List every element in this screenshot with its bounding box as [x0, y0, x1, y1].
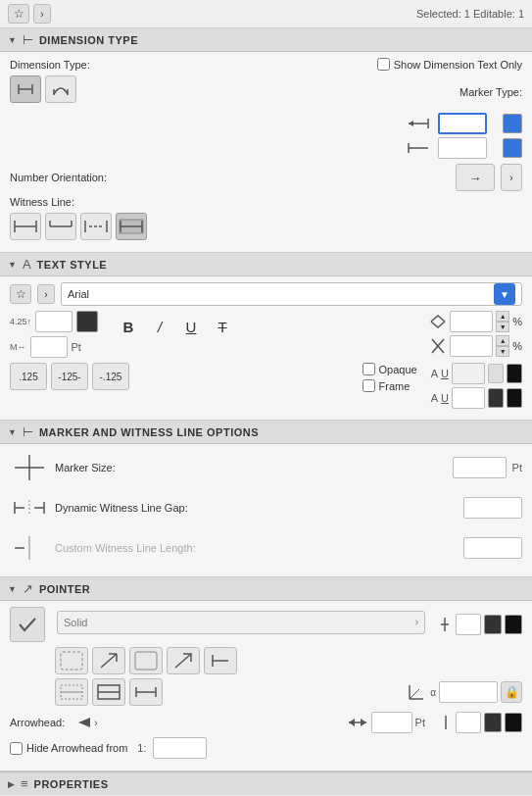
strikethrough-btn[interactable]: T — [210, 315, 235, 338]
arrowhead-dropdown-arrow: › — [94, 718, 97, 728]
marker-color-2[interactable] — [503, 138, 522, 158]
marker-color-1[interactable] — [503, 114, 522, 133]
align-left-btn[interactable]: .125 — [10, 363, 47, 390]
frame-label[interactable]: Frame — [363, 379, 417, 392]
properties-header[interactable]: ▶ ≡ PROPERTIES — [0, 771, 532, 795]
arrowhead-size-input[interactable]: 5.00 — [371, 712, 412, 733]
align-right-btn[interactable]: -.125 — [92, 363, 129, 390]
pointer-shape-3[interactable] — [129, 647, 163, 674]
pointer-shape-5[interactable] — [204, 647, 237, 674]
opacity-input[interactable]: 91 — [452, 363, 485, 384]
dim-type-icons-row: Marker Type: — [10, 75, 522, 108]
solid-label: Solid — [64, 617, 87, 628]
properties-icon: ≡ — [21, 776, 28, 791]
arrowhead-color-2[interactable] — [505, 713, 522, 732]
underline-btn[interactable]: U — [178, 315, 204, 338]
pointer-header[interactable]: ▼ ↗ POINTER — [0, 577, 532, 601]
scale-x-input[interactable]: 100 — [450, 311, 493, 332]
hide-arrowhead-row: Hide Arrowhead from 1: 1000 — [10, 737, 522, 759]
frame-value-row: A U 1 — [431, 387, 522, 409]
align-icons: .125 -125- -.125 — [10, 363, 129, 390]
marker-type-inputs-row: 7 7 — [10, 113, 522, 159]
hide-arrowhead-label[interactable]: Hide Arrowhead from — [10, 742, 127, 755]
show-text-only-label[interactable]: Show Dimension Text Only — [377, 58, 522, 71]
marker-input-2: 7 — [405, 137, 522, 159]
marker-size-input[interactable]: 5.00 — [453, 457, 507, 478]
pointer-shape-1[interactable] — [55, 647, 88, 674]
italic-btn[interactable]: / — [147, 315, 172, 338]
font-dropdown[interactable]: Arial ▼ — [61, 282, 522, 306]
hide-arrowhead-input[interactable]: 1000 — [153, 737, 207, 759]
witness-line-row: Witness Line: — [10, 196, 522, 208]
arrowhead-row: Arrowhead: › 5.00 Pt 1 — [10, 712, 522, 733]
dim-type-btn-2[interactable] — [45, 75, 76, 103]
text-style-header[interactable]: ▼ A TEXT STYLE — [0, 253, 532, 276]
dim-type-text-label: Dimension Type: — [10, 59, 90, 71]
orientation-arrow-btn[interactable]: → — [456, 164, 495, 191]
marker-witness-header[interactable]: ▼ ⊢ MARKER AND WITNESS LINE OPTIONS — [0, 421, 532, 444]
arrowhead-color-1[interactable] — [484, 713, 502, 732]
marker-witness-content: Marker Size: 5.00 Pt Dynamic Witness Lin… — [0, 444, 532, 576]
witness-btn-2[interactable] — [45, 213, 76, 240]
witness-line-label: Witness Line: — [10, 196, 74, 208]
font-star-btn[interactable]: ☆ — [10, 284, 31, 304]
scale-y-pct: % — [512, 340, 522, 352]
alpha-label: α — [430, 687, 436, 698]
text-color-swatch[interactable] — [76, 311, 98, 332]
scale-y-down[interactable]: ▼ — [496, 346, 509, 357]
scale-x-up[interactable]: ▲ — [496, 311, 509, 322]
frame-color-2[interactable] — [507, 388, 522, 408]
star-button[interactable]: ☆ — [8, 4, 29, 24]
svg-line-39 — [175, 654, 191, 668]
dynamic-gap-input[interactable]: 1 1/4" — [463, 497, 522, 519]
pointer-shape-7[interactable] — [92, 678, 125, 706]
frame-value-input[interactable]: 1 — [452, 387, 485, 409]
marker-value-2[interactable]: 7 — [438, 137, 487, 159]
opacity-color-2[interactable] — [507, 364, 522, 383]
pointer-shape-8[interactable] — [129, 678, 163, 706]
bold-btn[interactable]: B — [116, 315, 141, 338]
scale-y-up[interactable]: ▲ — [496, 335, 509, 346]
scale-y-input[interactable]: 100 — [450, 335, 493, 357]
dim-type-btn-1[interactable] — [10, 75, 41, 103]
font-arrow-btn[interactable]: › — [37, 284, 55, 304]
frame-checkbox[interactable] — [363, 379, 375, 392]
svg-marker-6 — [409, 121, 413, 126]
show-text-only-checkbox[interactable] — [377, 58, 390, 71]
frame-u-label: U — [441, 392, 449, 404]
pointer-shape-4[interactable] — [167, 647, 200, 674]
pointer-line-input[interactable]: 1 — [456, 614, 481, 635]
witness-btn-1[interactable] — [10, 213, 41, 240]
witness-btn-4[interactable] — [116, 213, 147, 240]
height-input[interactable]: 7.00 — [30, 336, 68, 358]
custom-length-row: Custom Witness Line Length: 1' — [10, 530, 522, 566]
arrowhead-line-input[interactable]: 1 — [456, 712, 481, 733]
opaque-label[interactable]: Opaque — [363, 363, 417, 375]
orientation-angle-btn[interactable]: › — [501, 164, 522, 191]
font-dd-arrow[interactable]: ▼ — [494, 283, 515, 305]
scale-x-down[interactable]: ▼ — [496, 322, 509, 332]
angle-input[interactable]: 60.00° — [439, 681, 498, 703]
opacity-color[interactable] — [488, 364, 504, 383]
hide-arrowhead-checkbox[interactable] — [10, 742, 23, 755]
pointer-shape-2[interactable] — [92, 647, 125, 674]
expand-button[interactable]: › — [33, 4, 51, 24]
arrowhead-size-group: 5.00 Pt — [347, 712, 425, 733]
marker-value-1[interactable]: 7 — [438, 113, 487, 134]
pointer-color-2[interactable] — [505, 615, 522, 634]
solid-dropdown[interactable]: Solid › — [57, 611, 425, 634]
pointer-checkmark-btn[interactable] — [10, 607, 45, 642]
opaque-checkbox[interactable] — [363, 363, 375, 375]
frame-color-1[interactable] — [488, 388, 504, 408]
align-center-btn[interactable]: -125- — [51, 363, 88, 390]
arrowhead-type-btn[interactable]: › — [76, 716, 97, 729]
size-input[interactable]: 1 — [35, 311, 73, 332]
arrowhead-label: Arrowhead: — [10, 717, 65, 728]
witness-btn-3[interactable] — [80, 213, 112, 240]
custom-length-input[interactable]: 1' — [463, 537, 522, 559]
height-label: M↔ — [10, 342, 26, 352]
pointer-shape-6[interactable] — [55, 678, 88, 706]
dimension-type-header[interactable]: ▼ ⊢ DIMENSION TYPE — [0, 28, 532, 52]
lock-btn[interactable]: 🔒 — [501, 681, 522, 703]
pointer-color-1[interactable] — [484, 615, 502, 634]
